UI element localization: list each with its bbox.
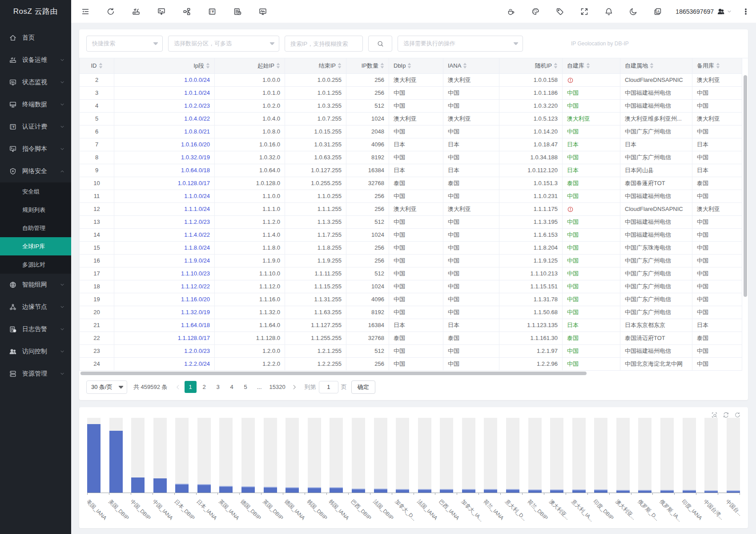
sidebar-item-home[interactable]: 首页: [0, 27, 71, 49]
prev-page-icon[interactable]: [175, 384, 181, 390]
ip-range-link[interactable]: 1.0.64.0/18: [181, 167, 210, 174]
moon-icon[interactable]: [629, 7, 638, 16]
goto-page-input[interactable]: [319, 381, 338, 393]
confirm-button[interactable]: 确定: [351, 380, 375, 394]
more-menu-icon[interactable]: [742, 8, 750, 16]
sidebar-item-terminal[interactable]: 指令脚本: [0, 138, 71, 160]
refresh-icon[interactable]: [734, 412, 741, 418]
terminal-icon[interactable]: [157, 7, 166, 16]
sort-icon: [716, 63, 720, 69]
ip-range-link[interactable]: 1.2.2.0/24: [184, 360, 210, 367]
sidebar-subitem[interactable]: 多源比对: [0, 255, 71, 274]
ip-range-link[interactable]: 1.0.16.0/20: [181, 141, 210, 148]
page-button[interactable]: 15320: [267, 381, 288, 393]
sidebar-item-billing[interactable]: ¥认证计费: [0, 116, 71, 138]
cell-id: 23: [80, 344, 114, 357]
cell-value: 中国: [697, 102, 708, 109]
billing-icon[interactable]: ¥: [208, 7, 217, 16]
page-button[interactable]: 3: [212, 381, 224, 393]
col-header-ip_count[interactable]: IP数量: [346, 58, 389, 73]
ip-range-link[interactable]: 1.1.32.0/19: [181, 309, 210, 316]
horizontal-scrollbar-thumb[interactable]: [80, 372, 587, 375]
ip-range-link[interactable]: 1.1.1.0/24: [184, 206, 210, 212]
col-header-start_ip[interactable]: 起始IP: [215, 58, 285, 73]
sidebar-item-shield[interactable]: 网络安全: [0, 160, 71, 182]
sidebar-item-desktop[interactable]: 终端数据: [0, 93, 71, 116]
ip-range-link[interactable]: 1.1.2.0/23: [184, 218, 210, 225]
page-button[interactable]: 4: [226, 381, 238, 393]
server-icon: [9, 370, 17, 378]
cell-value: CloudFlareDNSAPNIC: [625, 206, 683, 212]
table-row: 81.0.32.0/191.0.32.01.0.63.2558192中国中国1.…: [80, 151, 742, 164]
col-header-iana[interactable]: IANA: [443, 58, 499, 73]
box-zoom-icon[interactable]: [711, 412, 718, 418]
tag-icon[interactable]: [555, 7, 564, 16]
page-button[interactable]: 5: [240, 381, 252, 393]
ip-range-link[interactable]: 1.1.64.0/18: [181, 322, 210, 328]
sidebar-subitem[interactable]: 规则列表: [0, 201, 71, 219]
palette-icon[interactable]: [531, 7, 540, 16]
col-header-self_db[interactable]: 自建库: [563, 58, 620, 73]
ip-range-link[interactable]: 1.1.0.0/24: [184, 193, 210, 199]
ip-range-link[interactable]: 1.1.128.0/17: [178, 335, 210, 341]
cell-value: 泰国春蓬府TOT: [625, 180, 665, 186]
col-header-dbip[interactable]: DbIp: [389, 58, 443, 73]
sidebar-item-users[interactable]: 访问控制: [0, 340, 71, 363]
ip-range-link[interactable]: 1.0.8.0/21: [184, 128, 210, 135]
page-button[interactable]: 2: [198, 381, 210, 393]
coffee-icon[interactable]: [507, 7, 515, 16]
cell-end_ip: 1.1.11.255: [285, 267, 346, 280]
col-header-id[interactable]: ID: [80, 58, 114, 73]
sidebar-subitem[interactable]: 安全组: [0, 182, 71, 201]
col-header-ip_range[interactable]: Ip段: [114, 58, 215, 73]
ip-search-input[interactable]: [285, 36, 363, 52]
ip-range-link[interactable]: 1.0.32.0/19: [181, 154, 210, 161]
partition-select[interactable]: 选择数据分区，可多选: [168, 36, 279, 52]
ip-range-link[interactable]: 1.0.0.0/24: [184, 77, 210, 83]
col-header-backup_db[interactable]: 备用库: [692, 58, 742, 73]
ip-range-link[interactable]: 1.0.2.0/23: [184, 102, 210, 109]
topbar: ¥ A 18653697697: [71, 0, 756, 23]
user-menu[interactable]: 18653697697: [676, 8, 732, 16]
ip-range-link[interactable]: 1.1.10.0/23: [181, 270, 210, 277]
log-clock-icon[interactable]: [233, 7, 242, 16]
fullscreen-icon[interactable]: [580, 7, 589, 16]
ip-range-link[interactable]: 1.0.4.0/22: [184, 115, 210, 122]
monitor-icon[interactable]: [258, 7, 267, 16]
quick-search-select[interactable]: 快捷搜索: [86, 36, 163, 52]
sidebar-item-nodes[interactable]: 边缘节点: [0, 296, 71, 318]
cell-value: 中国福建福州电信: [625, 348, 671, 354]
ip-range-link[interactable]: 1.2.0.0/23: [184, 348, 210, 354]
collapse-menu-icon[interactable]: [81, 7, 90, 16]
bell-icon[interactable]: [604, 7, 613, 16]
ip-range-link[interactable]: 1.1.12.0/22: [181, 283, 210, 290]
sidebar-item-server[interactable]: 资源管理: [0, 363, 71, 385]
ip-range-link[interactable]: 1.1.4.0/22: [184, 231, 210, 238]
page-size-select[interactable]: 30 条/页: [86, 380, 127, 394]
sidebar-item-globe[interactable]: 智能组网: [0, 274, 71, 296]
sidebar-item-monitor[interactable]: 状态监视: [0, 71, 71, 93]
ip-range-link[interactable]: 1.0.128.0/17: [178, 180, 210, 186]
refresh-icon[interactable]: [106, 7, 115, 16]
sidebar-subitem[interactable]: 自助管理: [0, 219, 71, 237]
ip-range-link[interactable]: 1.1.8.0/24: [184, 244, 210, 251]
router-icon[interactable]: [132, 7, 141, 16]
ip-range-link[interactable]: 1.1.9.0/24: [184, 257, 210, 264]
col-header-self_region[interactable]: 自建属地: [620, 58, 692, 73]
cell-value: 中国: [697, 283, 708, 290]
next-page-icon[interactable]: [291, 384, 298, 390]
ip-range-link[interactable]: 1.1.16.0/20: [181, 296, 210, 303]
sidebar-item-router[interactable]: 设备运维: [0, 49, 71, 71]
col-header-random_ip[interactable]: 随机IP: [499, 58, 563, 73]
translate-icon[interactable]: A: [653, 7, 662, 16]
sidebar-item-log-clock[interactable]: 日志告警: [0, 318, 71, 340]
sidebar-subitem[interactable]: 全球IP库: [0, 237, 71, 255]
topology-icon[interactable]: [182, 7, 191, 16]
col-header-end_ip[interactable]: 结束IP: [285, 58, 346, 73]
page-button[interactable]: 1: [185, 381, 197, 393]
ip-range-link[interactable]: 1.0.1.0/24: [184, 89, 210, 96]
search-button[interactable]: [368, 36, 392, 52]
action-select[interactable]: 选择需要执行的操作: [398, 36, 523, 52]
restore-icon[interactable]: [723, 412, 729, 418]
vertical-scrollbar-thumb[interactable]: [744, 75, 747, 297]
